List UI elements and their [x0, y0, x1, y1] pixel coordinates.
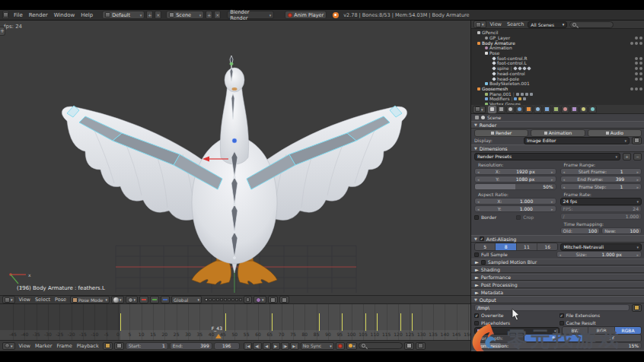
visibility-toggle-icon[interactable] — [630, 42, 633, 45]
selectability-toggle-icon[interactable] — [639, 67, 642, 70]
render-toggle-icon[interactable] — [639, 87, 642, 90]
outliner-search-field[interactable] — [569, 21, 614, 28]
outliner-search-menu[interactable]: Search — [505, 21, 525, 27]
outliner-item-foot-control-l[interactable]: foot-control.L — [473, 61, 644, 66]
outliner-item-modifiers[interactable]: Modifiers | — [473, 97, 644, 102]
pivot-dropdown[interactable]: ▾ — [126, 296, 139, 303]
tab-scene[interactable] — [506, 106, 515, 113]
visibility-toggle-icon[interactable] — [635, 62, 638, 65]
render-audio-button[interactable]: Audio — [588, 129, 642, 137]
shapekey-icon[interactable] — [525, 93, 528, 96]
armature-modifier-icon[interactable] — [514, 97, 517, 100]
selectability-toggle-icon[interactable] — [635, 87, 638, 90]
timeline-editor-type-button[interactable]: ▾ — [2, 342, 15, 350]
resolution-y-field[interactable]: ◂Y:1080 px▸ — [474, 176, 556, 183]
panel-header-output[interactable]: ▼Output — [471, 296, 644, 303]
prev-keyframe-button[interactable]: ◀| — [253, 342, 262, 350]
outliner-item-goosemesh[interactable]: Goosemesh — [473, 87, 644, 92]
snap-dropdown[interactable]: ▾ — [253, 296, 266, 303]
outliner-item-plane[interactable]: Plane.001 | — [473, 91, 644, 97]
aspect-x-field[interactable]: ◂X:1.000▸ — [474, 198, 556, 205]
vertex-color-icon[interactable] — [521, 93, 524, 96]
manipulator-translate-button[interactable] — [139, 296, 148, 303]
outliner-item-animation[interactable]: Animation — [473, 46, 644, 51]
properties-editor[interactable]: ▾ Scene ▼Render — [471, 105, 644, 351]
bone-icon[interactable] — [527, 66, 531, 71]
remap-new-field[interactable]: New:100 — [601, 227, 642, 234]
panel-header-dimensions[interactable]: ▼Dimensions — [471, 144, 644, 152]
insert-keyframe-button[interactable] — [404, 342, 414, 350]
outliner-item-head-control[interactable]: head-control — [473, 71, 644, 77]
visibility-toggle-icon[interactable] — [630, 87, 633, 90]
tab-render-layers[interactable] — [497, 106, 505, 113]
timeline-menu-playback[interactable]: Playback — [75, 343, 101, 349]
selectability-toggle-icon[interactable] — [639, 72, 642, 75]
border-checkbox[interactable]: Border — [474, 214, 514, 220]
visibility-toggle-icon[interactable] — [635, 78, 638, 81]
properties-editor-type-button[interactable]: ▾ — [473, 106, 486, 113]
tab-render[interactable] — [488, 106, 496, 113]
timeline-marker[interactable] — [215, 334, 222, 338]
play-reverse-button[interactable]: ◀ — [263, 342, 271, 350]
render-toggle-icon[interactable] — [639, 37, 642, 40]
remap-old-field[interactable]: Old:100 — [560, 227, 601, 234]
preset-add-button[interactable]: + — [623, 153, 631, 160]
keying-set-search[interactable] — [359, 342, 403, 349]
preset-remove-button[interactable]: − — [633, 153, 642, 160]
tab-texture[interactable] — [570, 106, 579, 113]
layers-widget[interactable] — [205, 298, 242, 301]
panel-header-anti-aliasing[interactable]: ▼✓ Anti-Aliasing — [471, 235, 644, 243]
frame-step-field[interactable]: ◂Frame Step:1▸ — [560, 183, 642, 190]
current-frame-field[interactable]: 196 — [214, 342, 240, 350]
file-browse-button[interactable] — [632, 304, 642, 312]
render-toggle-icon[interactable] — [639, 42, 642, 45]
manipulator-center[interactable] — [232, 138, 237, 143]
viewport-editor-type-button[interactable]: ▾ — [2, 296, 15, 303]
render-animation-button[interactable]: Animation — [531, 129, 585, 137]
panel-header-sampled-motion-blur[interactable]: ►Sampled Motion Blur — [471, 259, 644, 265]
auto-keyframe-record-button[interactable] — [336, 342, 345, 350]
add-layout-button[interactable]: + — [146, 11, 153, 19]
crop-checkbox[interactable]: Crop — [516, 214, 556, 220]
panel-header-post-processing[interactable]: ►Post Processing — [471, 281, 644, 288]
frame-lock-toggle[interactable] — [114, 342, 124, 350]
layer-toggle[interactable] — [212, 298, 215, 301]
opengl-render-anim-button[interactable] — [279, 296, 289, 303]
sampled-motion-blur-checkbox[interactable] — [481, 260, 486, 265]
lock-to-scene-button[interactable] — [244, 296, 252, 303]
start-frame-prop-field[interactable]: ◂Start Frame:1▸ — [560, 168, 642, 175]
anti-aliasing-checkbox[interactable]: ✓ — [480, 237, 484, 241]
end-frame-field[interactable]: End: 399 — [170, 342, 212, 350]
render-engine-dropdown[interactable]: Blender Render ▾ — [227, 11, 274, 19]
outliner-item-head-pole[interactable]: head-pole — [473, 76, 644, 81]
layer-toggle[interactable] — [235, 298, 238, 301]
visibility-toggle-icon[interactable] — [635, 37, 638, 40]
viewport-menu-view[interactable]: View — [17, 297, 33, 303]
visibility-toggle-icon[interactable] — [635, 57, 638, 60]
tab-physics[interactable] — [588, 106, 597, 113]
timeline-menu-marker[interactable]: Marker — [33, 343, 54, 349]
tab-constraints[interactable] — [534, 106, 542, 113]
keyframe-line[interactable] — [412, 313, 413, 331]
keyframe-line[interactable] — [120, 313, 121, 331]
viewport-menu-pose[interactable]: Pose — [53, 297, 69, 303]
full-sample-checkbox[interactable]: Full Sample — [474, 252, 554, 257]
aa-size-field[interactable]: ◂Size:1.000 px▸ — [556, 251, 642, 258]
normals-icon[interactable] — [530, 93, 533, 96]
orientation-dropdown[interactable]: Global▾ — [171, 296, 202, 303]
layer-toggle[interactable] — [209, 298, 212, 301]
outliner-editor-type-button[interactable]: ▾ — [473, 21, 486, 28]
menu-help[interactable]: Help — [78, 12, 96, 18]
selectability-toggle-icon[interactable] — [639, 62, 642, 65]
panel-header-render[interactable]: ▼Render — [471, 121, 644, 129]
selectability-toggle-icon[interactable] — [639, 57, 642, 60]
aa-filter-dropdown[interactable]: Mitchell-Netravali ▾ — [560, 243, 642, 251]
anim-player-toggle[interactable]: Anim Player — [285, 11, 327, 19]
keyframe-line[interactable] — [272, 313, 273, 331]
delete-scene-button[interactable]: × — [214, 11, 221, 19]
outliner-item-pose[interactable]: Pose — [473, 51, 644, 56]
outliner-filter-dropdown[interactable]: All Scenes▾ — [528, 21, 567, 28]
bone-icon[interactable] — [518, 66, 522, 71]
aa-samples-button-8[interactable]: 8 — [496, 243, 516, 250]
scene-dropdown[interactable]: Scene ▾ — [166, 11, 204, 19]
